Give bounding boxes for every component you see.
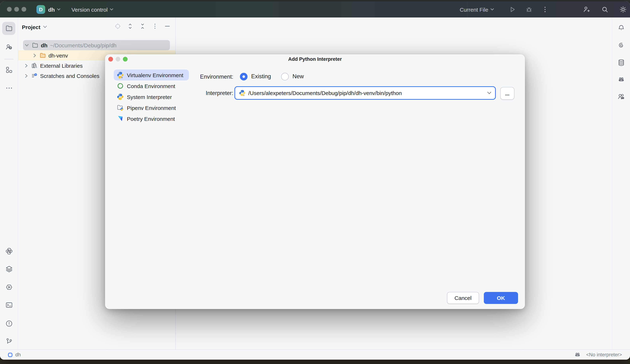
problems-icon[interactable] (5, 320, 13, 328)
search-icon[interactable] (601, 5, 609, 13)
titlebar: D dh Version control Current File (0, 1, 630, 17)
code-with-me-icon[interactable] (617, 93, 625, 101)
chevron-down-icon (490, 8, 494, 11)
project-window-icon (8, 353, 12, 357)
ai-chat-robot-icon[interactable] (617, 76, 625, 84)
dialog-nav-poetry[interactable]: Poetry Environment (114, 113, 189, 124)
collapse-all-icon[interactable] (139, 22, 146, 30)
left-activity-bar: ? (0, 17, 18, 350)
terminal-icon[interactable] (5, 301, 13, 309)
library-icon (31, 62, 38, 69)
interpreter-label: Interpreter: (168, 90, 233, 96)
nav-item-label: Pipenv Environment (127, 105, 176, 111)
chevron-collapsed-icon[interactable] (25, 63, 28, 67)
tree-item-label: External Libraries (40, 62, 82, 69)
settings-gear-icon[interactable] (619, 5, 627, 13)
project-widget[interactable]: dh (48, 1, 61, 17)
status-bar: dh <No interpreter> (0, 350, 630, 360)
conda-icon (117, 82, 124, 90)
add-python-interpreter-dialog: Add Python Interpreter v Virtualenv Envi… (105, 54, 525, 309)
project-widget-label: dh (48, 6, 55, 12)
run-config-widget[interactable]: Current File (460, 1, 494, 17)
python-venv-icon: v (239, 90, 246, 96)
project-folder-icon[interactable] (5, 24, 13, 32)
tree-row-root[interactable]: dh ~/Documents/Debug/pip/dh (25, 40, 116, 50)
chevron-down-icon (43, 25, 47, 28)
nav-item-label: Poetry Environment (127, 116, 175, 122)
more-tools-icon[interactable] (5, 84, 13, 92)
debug-icon[interactable] (525, 5, 533, 13)
ide-window: D dh Version control Current File (0, 1, 630, 360)
dialog-nav-pipenv[interactable]: Pipenv Environment (114, 102, 189, 113)
status-interpreter-widget[interactable]: <No interpreter> (574, 350, 622, 360)
services-icon[interactable] (5, 283, 13, 291)
window-minimize-button[interactable] (14, 7, 19, 12)
locate-icon[interactable] (114, 22, 122, 30)
chevron-down-icon[interactable] (487, 91, 492, 95)
browse-button[interactable]: ... (500, 87, 514, 100)
chevron-collapsed-icon[interactable] (25, 74, 28, 78)
database-icon[interactable] (617, 59, 625, 67)
vcs-widget[interactable]: Version control (72, 1, 114, 17)
radio-existing-label: Existing (251, 73, 271, 80)
more-vertical-icon[interactable] (151, 22, 158, 30)
project-panel-title: Project (22, 24, 40, 30)
ai-robot-status-icon[interactable] (574, 351, 581, 358)
notifications-bell-icon[interactable] (617, 24, 625, 32)
svg-text:?: ? (10, 47, 11, 49)
environment-label: Environment: (168, 74, 233, 80)
folder-icon (32, 42, 39, 49)
ok-button[interactable]: OK (484, 292, 518, 304)
right-activity-bar (612, 17, 630, 350)
project-avatar: D (36, 5, 45, 14)
git-branch-icon[interactable] (5, 338, 13, 346)
nav-item-label: Conda Environment (127, 83, 175, 89)
dialog-title: Add Python Interpreter (105, 56, 525, 62)
tree-root-path: ~/Documents/Debug/pip/dh (50, 42, 116, 48)
radio-new-label: New (292, 73, 304, 80)
vcs-widget-label: Version control (72, 6, 108, 12)
project-panel-header[interactable]: Project (22, 22, 47, 32)
divider (4, 59, 14, 59)
nav-item-label: System Interpreter (127, 94, 172, 100)
tree-item-label: dh-venv (48, 52, 68, 58)
tree-row-dh-venv[interactable]: dh-venv (33, 50, 68, 60)
layers-icon[interactable] (5, 265, 13, 273)
chevron-down-icon (110, 8, 114, 11)
run-config-label: Current File (460, 6, 488, 12)
community-help-icon[interactable]: ? (5, 43, 13, 51)
project-panel-toolbar (114, 22, 171, 30)
tree-root-label: dh (41, 42, 48, 48)
window-close-button[interactable] (7, 7, 12, 12)
scratches-icon (31, 72, 38, 79)
pipenv-icon (117, 104, 124, 111)
hide-panel-icon[interactable] (164, 22, 171, 30)
status-project-widget[interactable]: dh (8, 350, 21, 360)
tree-row-scratches[interactable]: Scratches and Consoles (25, 71, 99, 81)
interpreter-combobox[interactable]: v /Users/alexpeters/Documents/Debug/pip/… (234, 86, 496, 100)
python-venv-icon: v (117, 71, 124, 79)
dialog-nav-conda[interactable]: Conda Environment (114, 80, 189, 91)
window-zoom-button[interactable] (22, 7, 26, 12)
interpreter-path-value: /Users/alexpeters/Documents/Debug/pip/dh… (248, 90, 484, 96)
chevron-expanded-icon[interactable] (25, 43, 29, 47)
tree-item-label: Scratches and Consoles (40, 73, 99, 79)
status-project-label: dh (15, 352, 21, 358)
chevron-down-icon (57, 8, 61, 11)
run-icon[interactable] (508, 5, 516, 13)
add-user-icon[interactable] (582, 5, 590, 13)
folder-excluded-icon (40, 52, 46, 59)
radio-existing[interactable] (240, 73, 248, 80)
cancel-button[interactable]: Cancel (447, 292, 479, 304)
radio-new[interactable] (281, 73, 289, 80)
structure-icon[interactable] (5, 66, 13, 74)
desktop: D dh Version control Current File (0, 0, 630, 364)
python-packages-icon[interactable] (5, 247, 13, 255)
expand-all-icon[interactable] (126, 22, 134, 30)
more-vertical-icon[interactable] (541, 5, 549, 13)
ai-assistant-icon[interactable] (617, 41, 625, 49)
status-interpreter-label: <No interpreter> (586, 352, 622, 358)
chevron-collapsed-icon[interactable] (33, 53, 36, 57)
svg-text:v: v (121, 76, 123, 79)
tree-row-external-libraries[interactable]: External Libraries (25, 60, 82, 71)
